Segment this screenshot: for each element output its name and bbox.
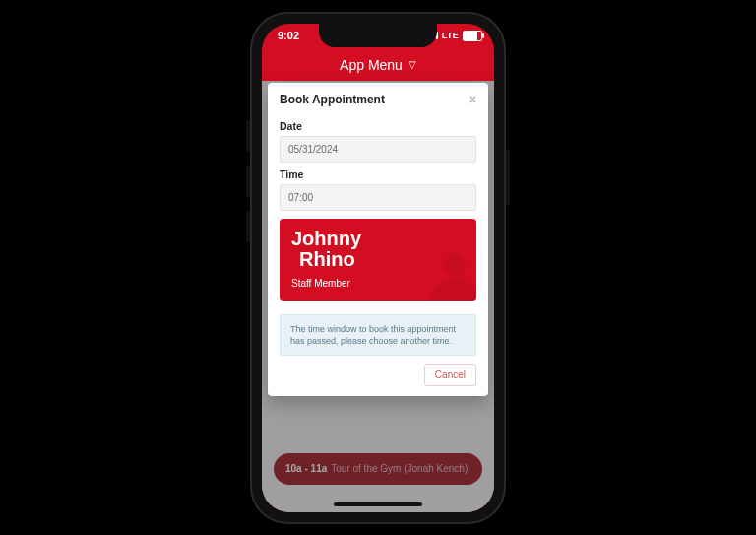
status-time: 9:02 [278,30,299,41]
battery-icon [463,31,482,41]
staff-name-line1: Johnny [291,229,465,249]
stage: 9:02 LTE App Menu ▽ 10a - 11a Tour of th… [0,0,756,535]
app-menu-title: App Menu [340,57,403,73]
network-label: LTE [442,31,459,40]
modal-header: Book Appointment × [268,83,488,114]
staff-card[interactable]: Johnny Rhino Staff Member [280,219,476,301]
chevron-down-icon: ▽ [409,60,416,70]
cancel-button[interactable]: Cancel [424,364,476,386]
time-passed-alert: The time window to book this appointment… [280,314,476,356]
app-menu-bar[interactable]: App Menu ▽ [262,49,494,81]
person-silhouette-icon [427,249,476,301]
close-icon[interactable]: × [469,93,476,106]
time-field[interactable] [280,184,476,211]
book-appointment-modal: Book Appointment × Date Time Johnny Rhin… [268,83,488,396]
phone-notch [319,24,437,47]
time-label: Time [280,168,476,180]
date-field[interactable] [280,136,476,163]
phone-frame: 9:02 LTE App Menu ▽ 10a - 11a Tour of th… [250,12,506,524]
modal-title: Book Appointment [280,93,385,106]
home-indicator[interactable] [334,502,422,506]
modal-body: Date Time Johnny Rhino Staff Member The … [268,120,488,356]
modal-footer: Cancel [268,356,488,390]
phone-screen: 9:02 LTE App Menu ▽ 10a - 11a Tour of th… [262,24,494,512]
date-label: Date [280,120,476,132]
